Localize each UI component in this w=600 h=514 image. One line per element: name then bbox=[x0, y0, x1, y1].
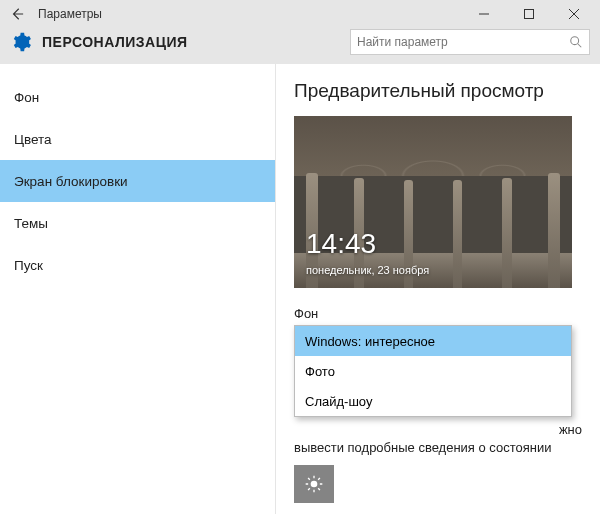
back-button[interactable] bbox=[4, 1, 30, 27]
window-title: Параметры bbox=[30, 7, 461, 21]
close-icon bbox=[569, 9, 579, 19]
svg-point-1 bbox=[571, 37, 579, 45]
sidebar-item-label: Экран блокировки bbox=[14, 174, 128, 189]
section-title: ПЕРСОНАЛИЗАЦИЯ bbox=[42, 34, 350, 50]
dropdown-option-slideshow[interactable]: Слайд-шоу bbox=[295, 386, 571, 416]
sun-icon bbox=[304, 474, 324, 494]
svg-point-2 bbox=[311, 481, 318, 488]
dropdown-option-spotlight[interactable]: Windows: интересное bbox=[295, 326, 571, 356]
minimize-icon bbox=[479, 9, 489, 19]
sidebar-item-label: Темы bbox=[14, 216, 48, 231]
minimize-button[interactable] bbox=[461, 0, 506, 28]
close-button[interactable] bbox=[551, 0, 596, 28]
gear-icon bbox=[10, 31, 32, 53]
main-panel: Предварительный просмотр 14:43 понедельн… bbox=[276, 64, 600, 514]
dropdown-option-label: Windows: интересное bbox=[305, 334, 435, 349]
lockscreen-preview: 14:43 понедельник, 23 ноября bbox=[294, 116, 572, 288]
sidebar-item-colors[interactable]: Цвета bbox=[0, 118, 275, 160]
preview-time: 14:43 bbox=[306, 228, 376, 260]
background-label: Фон bbox=[294, 306, 584, 321]
detailed-status-app-tile[interactable] bbox=[294, 465, 334, 503]
titlebar: Параметры bbox=[0, 0, 600, 28]
sidebar-item-lockscreen[interactable]: Экран блокировки bbox=[0, 160, 275, 202]
detail-status-text: жно вывести подробные сведения о состоян… bbox=[294, 421, 584, 457]
sidebar-item-background[interactable]: Фон bbox=[0, 76, 275, 118]
search-icon bbox=[569, 35, 583, 49]
sidebar: Фон Цвета Экран блокировки Темы Пуск bbox=[0, 64, 276, 514]
svg-rect-0 bbox=[524, 10, 533, 19]
sidebar-item-label: Пуск bbox=[14, 258, 43, 273]
maximize-icon bbox=[524, 9, 534, 19]
dropdown-option-photo[interactable]: Фото bbox=[295, 356, 571, 386]
header-bar: ПЕРСОНАЛИЗАЦИЯ bbox=[0, 28, 600, 64]
preview-date: понедельник, 23 ноября bbox=[306, 264, 429, 276]
arrow-left-icon bbox=[10, 7, 24, 21]
dropdown-option-label: Слайд-шоу bbox=[305, 394, 372, 409]
search-box[interactable] bbox=[350, 29, 590, 55]
dropdown-option-label: Фото bbox=[305, 364, 335, 379]
sidebar-item-label: Цвета bbox=[14, 132, 52, 147]
content: Фон Цвета Экран блокировки Темы Пуск Пре… bbox=[0, 64, 600, 514]
sidebar-item-label: Фон bbox=[14, 90, 39, 105]
sidebar-item-start[interactable]: Пуск bbox=[0, 244, 275, 286]
preview-title: Предварительный просмотр bbox=[294, 80, 584, 102]
sidebar-item-themes[interactable]: Темы bbox=[0, 202, 275, 244]
background-dropdown[interactable]: Windows: интересное Фото Слайд-шоу bbox=[294, 325, 572, 417]
search-input[interactable] bbox=[357, 35, 569, 49]
maximize-button[interactable] bbox=[506, 0, 551, 28]
